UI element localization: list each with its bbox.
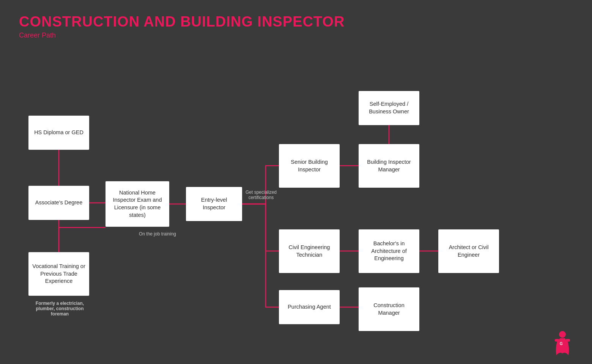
- svg-point-9: [559, 331, 566, 338]
- box-entry-level: Entry-level Inspector: [186, 187, 242, 221]
- box-building-mgr: Building Inspector Manager: [359, 144, 419, 188]
- box-civil-eng-tech: Civil Engineering Technician: [279, 229, 340, 273]
- box-national-exam: National Home Inspector Exam and Licensu…: [105, 181, 169, 227]
- header: CONSTRUCTION AND BUILDING INSPECTOR Care…: [0, 0, 592, 42]
- box-hs-diploma: HS Diploma or GED: [28, 116, 89, 150]
- label-get-specialized: Get specialized certifications: [242, 190, 280, 200]
- page-title: CONSTRUCTION AND BUILDING INSPECTOR: [19, 14, 573, 30]
- box-architect: Architect or Civil Engineer: [438, 229, 499, 273]
- hero-icon: G: [551, 331, 574, 353]
- box-construction-mgr: Construction Manager: [359, 287, 419, 331]
- svg-rect-12: [565, 339, 570, 342]
- svg-text:G: G: [560, 342, 563, 346]
- box-self-employed: Self-Employed / Business Owner: [359, 91, 419, 125]
- label-on-job: On the job training: [125, 231, 190, 237]
- box-bachelors: Bachelor's in Architecture of Engineerin…: [359, 229, 419, 273]
- label-formerly: Formerly a electrician, plumber, constru…: [28, 301, 91, 317]
- career-diagram: HS Diploma or GED Associate's Degree Voc…: [0, 42, 592, 360]
- svg-rect-11: [555, 339, 559, 342]
- box-senior-building: Senior Building Inspector: [279, 144, 340, 188]
- hero-svg-icon: G: [551, 331, 574, 357]
- page-subtitle: Career Path: [19, 31, 573, 39]
- box-vocational: Vocational Training or Previous Trade Ex…: [28, 252, 89, 296]
- box-associates: Associate's Degree: [28, 186, 89, 220]
- box-purchasing: Purchasing Agent: [279, 290, 340, 324]
